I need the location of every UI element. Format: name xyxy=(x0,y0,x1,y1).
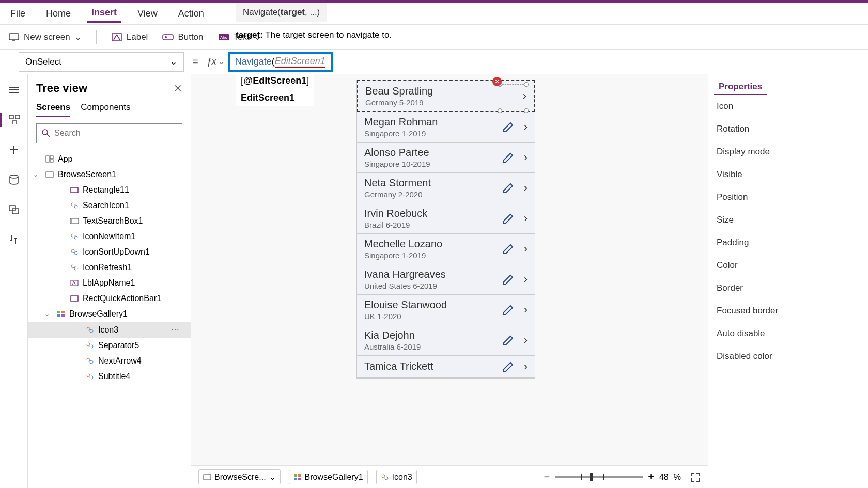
tree-node[interactable]: NextArrow4 xyxy=(28,353,191,369)
chevron-right-icon[interactable]: › xyxy=(524,360,528,373)
list-item[interactable]: Irvin RoebuckBrazil 6-2019› xyxy=(357,203,535,234)
property-row[interactable]: Disabled color xyxy=(708,345,868,368)
tree-node[interactable]: Icon3⋯ xyxy=(28,322,191,338)
chevron-right-icon[interactable]: › xyxy=(524,212,528,225)
add-icon[interactable] xyxy=(7,143,21,157)
list-item[interactable]: Ivana HargreavesUnited States 6-2019› xyxy=(357,264,535,295)
property-row[interactable]: Border xyxy=(708,277,868,300)
tree-node[interactable]: Subtitle4 xyxy=(28,369,191,384)
item-subtitle: Singapore 1-2019 xyxy=(364,129,502,138)
menu-view[interactable]: View xyxy=(133,5,162,22)
selection-handles[interactable] xyxy=(500,84,526,111)
item-name: Beau Spratling xyxy=(365,85,523,97)
chevron-right-icon[interactable]: › xyxy=(524,273,528,286)
breadcrumb[interactable]: BrowseGallery1 xyxy=(289,470,368,484)
property-row[interactable]: Auto disable xyxy=(708,322,868,345)
svg-point-44 xyxy=(90,329,93,333)
hamburger-icon[interactable] xyxy=(7,83,21,97)
formula-input[interactable]: Navigate(EditScreen1 xyxy=(228,52,333,72)
list-item[interactable]: Mechelle LozanoSingapore 1-2019› xyxy=(357,234,535,264)
menu-insert[interactable]: Insert xyxy=(87,4,121,23)
property-row[interactable]: Display mode xyxy=(708,140,868,163)
menu-file[interactable]: File xyxy=(6,5,29,22)
property-row[interactable]: Icon xyxy=(708,95,868,118)
property-row[interactable]: Size xyxy=(708,209,868,231)
formula-bar: OnSelect ⌄ = ƒx ⌄ Navigate(EditScreen1 xyxy=(0,50,868,74)
label-button[interactable]: Label xyxy=(111,32,148,43)
edit-icon[interactable] xyxy=(502,334,515,347)
tree-node[interactable]: Separator5 xyxy=(28,338,191,353)
menu-action[interactable]: Action xyxy=(174,5,208,22)
tree-view-icon[interactable] xyxy=(0,113,27,127)
tree-node[interactable]: LblAppName1 xyxy=(28,275,191,291)
breadcrumb[interactable]: Icon3 xyxy=(376,470,417,484)
property-row[interactable]: Position xyxy=(708,186,868,209)
chevron-right-icon[interactable]: › xyxy=(524,181,528,195)
tools-icon[interactable] xyxy=(7,232,21,247)
edit-icon[interactable] xyxy=(502,243,515,255)
fit-to-screen-icon[interactable] xyxy=(690,472,701,482)
tree-node[interactable]: IconNewItem1 xyxy=(28,229,191,244)
tab-components[interactable]: Components xyxy=(81,102,130,117)
list-item[interactable]: Neta StormentGermany 2-2020› xyxy=(357,173,535,203)
zoom-value: 48 xyxy=(659,473,669,482)
edit-icon[interactable] xyxy=(502,360,515,373)
property-selector[interactable]: OnSelect ⌄ xyxy=(19,52,184,72)
zoom-slider[interactable] xyxy=(555,476,643,478)
canvas-area[interactable]: ✕Beau SpratlingGermany 5-2019›Megan Rohm… xyxy=(191,74,708,488)
zoom-in-button[interactable]: + xyxy=(648,471,654,483)
tree-node[interactable]: SearchIcon1 xyxy=(28,198,191,213)
new-screen-button[interactable]: New screen ⌄ xyxy=(8,32,82,43)
tree-node[interactable]: TextSearchBox1 xyxy=(28,213,191,229)
tree-node[interactable]: RectQuickActionBar1 xyxy=(28,291,191,306)
chevron-right-icon[interactable]: › xyxy=(524,242,528,256)
item-name: Elouise Stanwood xyxy=(364,299,502,311)
fx-label[interactable]: ƒx ⌄ xyxy=(207,56,224,67)
tree-node[interactable]: IconRefresh1 xyxy=(28,260,191,275)
property-row[interactable]: Color xyxy=(708,254,868,277)
chevron-down-icon: ⌄ xyxy=(74,32,82,42)
search-input[interactable] xyxy=(54,129,177,138)
chevron-right-icon[interactable]: › xyxy=(524,334,528,347)
tab-screens[interactable]: Screens xyxy=(36,102,70,117)
tree-node-screen[interactable]: ⌄BrowseScreen1 xyxy=(28,167,191,182)
edit-icon[interactable] xyxy=(502,212,515,225)
autocomplete-item[interactable]: [@EditScreen1] xyxy=(236,72,314,89)
tree-node[interactable]: Rectangle11 xyxy=(28,182,191,198)
data-icon[interactable] xyxy=(7,172,21,187)
property-row[interactable]: Focused border xyxy=(708,300,868,322)
properties-tab[interactable]: Properties xyxy=(714,80,767,95)
edit-icon[interactable] xyxy=(502,121,515,133)
tree-search[interactable] xyxy=(36,123,182,143)
property-row[interactable]: Visible xyxy=(708,163,868,186)
edit-icon[interactable] xyxy=(502,182,515,194)
property-row[interactable]: Padding xyxy=(708,231,868,254)
tree-node[interactable]: IconSortUpDown1 xyxy=(28,244,191,260)
zoom-out-button[interactable]: − xyxy=(544,471,550,483)
edit-icon[interactable] xyxy=(502,273,515,286)
list-item[interactable]: Kia DejohnAustralia 6-2019› xyxy=(357,325,535,356)
breadcrumb[interactable]: BrowseScre... ⌄ xyxy=(198,469,281,484)
chevron-right-icon[interactable]: › xyxy=(524,303,528,317)
edit-icon[interactable] xyxy=(502,304,515,316)
chevron-down-icon: ⌄ xyxy=(170,56,177,67)
item-name: Tamica Trickett xyxy=(364,360,502,372)
menu-home[interactable]: Home xyxy=(42,5,75,22)
list-item[interactable]: ✕Beau SpratlingGermany 5-2019› xyxy=(357,80,535,112)
svg-text:Abc: Abc xyxy=(220,35,227,40)
list-item[interactable]: Tamica Trickett› xyxy=(357,356,535,378)
button-button[interactable]: Button xyxy=(162,32,203,43)
svg-point-34 xyxy=(74,251,78,255)
media-icon[interactable] xyxy=(7,202,21,217)
close-icon[interactable]: ✕ xyxy=(174,82,182,95)
chevron-right-icon[interactable]: › xyxy=(524,151,528,164)
list-item[interactable]: Alonso ParteeSingapore 10-2019› xyxy=(357,143,535,173)
list-item[interactable]: Elouise StanwoodUK 1-2020› xyxy=(357,295,535,325)
list-item[interactable]: Megan RohmanSingapore 1-2019› xyxy=(357,112,535,143)
property-row[interactable]: Rotation xyxy=(708,118,868,140)
edit-icon[interactable] xyxy=(502,151,515,164)
chevron-right-icon[interactable]: › xyxy=(524,120,528,134)
tree-node-gallery[interactable]: ⌄BrowseGallery1 xyxy=(28,306,191,322)
tree-node-app[interactable]: App xyxy=(28,151,191,167)
autocomplete-item[interactable]: EditScreen1 xyxy=(236,89,314,106)
